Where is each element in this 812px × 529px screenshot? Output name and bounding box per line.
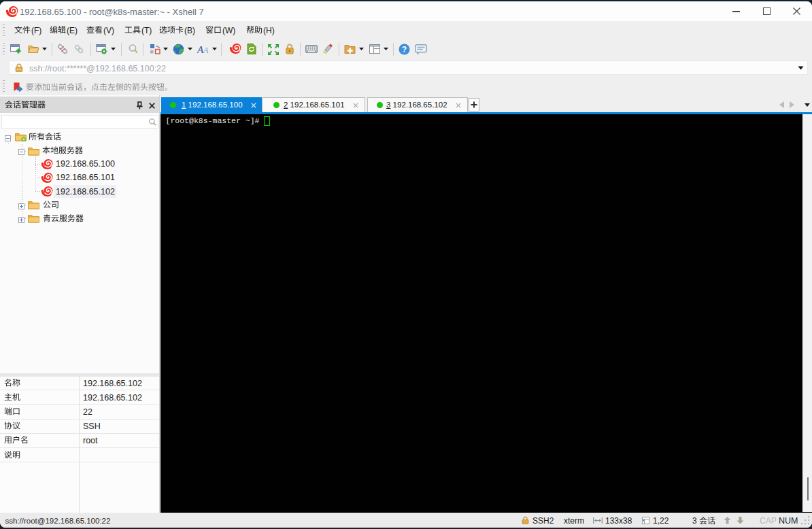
svg-text:A: A	[203, 46, 209, 55]
svg-text:?: ?	[402, 45, 407, 54]
